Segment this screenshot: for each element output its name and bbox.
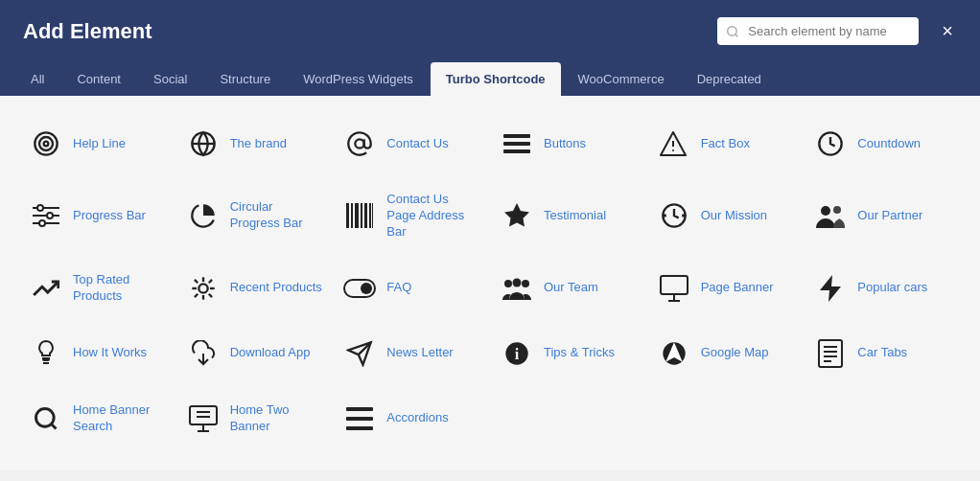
modal-title: Add Element bbox=[23, 19, 152, 44]
search-input[interactable] bbox=[717, 17, 919, 45]
element-recent-products[interactable]: Recent Products bbox=[176, 256, 334, 321]
svg-rect-25 bbox=[369, 203, 371, 228]
svg-line-1 bbox=[735, 34, 738, 36]
element-how-it-works-label: How It Works bbox=[73, 345, 147, 361]
element-faq-label: FAQ bbox=[386, 280, 411, 296]
pie-icon bbox=[186, 198, 221, 233]
users-icon bbox=[813, 198, 848, 233]
svg-rect-8 bbox=[503, 134, 530, 138]
tab-all[interactable]: All bbox=[15, 62, 59, 96]
svg-point-4 bbox=[44, 142, 49, 147]
element-our-mission-label: Our Mission bbox=[701, 208, 767, 224]
element-download-app[interactable]: Download App bbox=[176, 321, 334, 386]
close-button[interactable]: × bbox=[938, 20, 957, 42]
warning-icon bbox=[657, 126, 691, 161]
element-contact-us-page-address-bar-label: Contact Us Page Address Bar bbox=[386, 192, 480, 240]
svg-rect-10 bbox=[503, 149, 530, 153]
element-popular-cars[interactable]: Popular cars bbox=[804, 256, 961, 321]
element-how-it-works[interactable]: How It Works bbox=[19, 321, 176, 386]
target-icon bbox=[29, 126, 63, 161]
element-testimonial[interactable]: Testimonial bbox=[490, 176, 647, 256]
tab-structure[interactable]: Structure bbox=[204, 62, 286, 96]
tab-woocommerce[interactable]: WooCommerce bbox=[563, 62, 680, 96]
svg-rect-22 bbox=[355, 203, 359, 228]
svg-point-17 bbox=[37, 205, 43, 211]
element-car-tabs[interactable]: Car Tabs bbox=[804, 321, 961, 386]
svg-rect-47 bbox=[661, 276, 688, 294]
element-page-banner[interactable]: Page Banner bbox=[647, 256, 805, 321]
element-our-partner[interactable]: Our Partner bbox=[804, 176, 961, 256]
element-circular-progress-bar[interactable]: Circular Progress Bar bbox=[176, 176, 334, 256]
svg-point-18 bbox=[47, 213, 53, 218]
element-popular-cars-label: Popular cars bbox=[857, 280, 927, 296]
svg-point-19 bbox=[39, 220, 45, 226]
element-our-team[interactable]: Our Team bbox=[490, 256, 647, 321]
svg-point-33 bbox=[198, 284, 207, 292]
svg-point-0 bbox=[728, 26, 736, 34]
element-accordions[interactable]: Accordions bbox=[333, 386, 490, 451]
element-empty-3 bbox=[804, 386, 961, 451]
element-top-rated-products[interactable]: Top Rated Products bbox=[19, 256, 176, 321]
search-icon bbox=[726, 25, 739, 38]
tab-deprecated[interactable]: Deprecated bbox=[682, 62, 777, 96]
element-google-map-label: Google Map bbox=[701, 345, 769, 361]
element-help-line[interactable]: Help Line bbox=[19, 111, 176, 176]
clock-icon bbox=[813, 126, 848, 161]
monitor-icon bbox=[657, 271, 691, 306]
at-icon bbox=[342, 126, 377, 161]
monitor-sm-icon bbox=[186, 401, 221, 436]
element-home-two-banner[interactable]: Home Two Banner bbox=[176, 386, 334, 451]
svg-point-3 bbox=[39, 137, 53, 150]
modal: Add Element × All Content Social Structu… bbox=[0, 0, 980, 470]
tab-social[interactable]: Social bbox=[138, 62, 202, 96]
element-top-rated-products-label: Top Rated Products bbox=[73, 272, 167, 305]
svg-rect-66 bbox=[190, 406, 217, 424]
element-fact-box[interactable]: Fact Box bbox=[647, 111, 805, 176]
element-home-banner-search[interactable]: Home Banner Search bbox=[19, 386, 176, 451]
element-progress-bar[interactable]: Progress Bar bbox=[19, 176, 176, 256]
svg-rect-71 bbox=[346, 407, 373, 411]
tab-wordpress-widgets[interactable]: WordPress Widgets bbox=[288, 62, 429, 96]
elements-grid: Help Line The brand bbox=[19, 111, 961, 451]
svg-rect-23 bbox=[361, 203, 362, 228]
element-empty-1 bbox=[490, 386, 647, 451]
svg-line-41 bbox=[208, 280, 211, 283]
svg-point-45 bbox=[513, 278, 522, 286]
element-tips-tricks-label: Tips & Tricks bbox=[544, 345, 615, 361]
svg-rect-21 bbox=[351, 203, 353, 228]
sparkle-icon bbox=[186, 271, 221, 306]
element-the-brand[interactable]: The brand bbox=[176, 111, 334, 176]
tab-turbo-shortcode[interactable]: Turbo Shortcode bbox=[431, 62, 561, 96]
element-car-tabs-label: Car Tabs bbox=[857, 345, 907, 361]
svg-point-7 bbox=[356, 139, 364, 148]
svg-line-65 bbox=[51, 424, 56, 428]
element-buttons[interactable]: Buttons bbox=[490, 111, 647, 176]
info-circle-icon: i bbox=[500, 336, 534, 371]
element-tips-tricks[interactable]: i Tips & Tricks bbox=[490, 321, 647, 386]
element-contact-us-page-address-bar[interactable]: Contact Us Page Address Bar bbox=[333, 176, 490, 256]
lightning-icon bbox=[813, 271, 848, 306]
element-contact-us[interactable]: Contact Us bbox=[333, 111, 490, 176]
element-home-banner-search-label: Home Banner Search bbox=[73, 402, 167, 435]
element-home-two-banner-label: Home Two Banner bbox=[230, 402, 324, 435]
element-faq[interactable]: FAQ bbox=[333, 256, 490, 321]
element-download-app-label: Download App bbox=[230, 345, 311, 361]
element-news-letter[interactable]: News Letter bbox=[333, 321, 490, 386]
svg-point-31 bbox=[821, 206, 830, 216]
element-countdown[interactable]: Countdown bbox=[804, 111, 961, 176]
element-fact-box-label: Fact Box bbox=[701, 136, 750, 152]
element-the-brand-label: The brand bbox=[230, 136, 287, 152]
element-contact-us-label: Contact Us bbox=[386, 136, 448, 152]
globe-icon bbox=[186, 126, 221, 161]
svg-line-40 bbox=[195, 293, 198, 296]
svg-rect-26 bbox=[372, 203, 373, 228]
element-google-map[interactable]: Google Map bbox=[647, 321, 805, 386]
element-recent-products-label: Recent Products bbox=[230, 280, 322, 296]
tab-content[interactable]: Content bbox=[61, 62, 136, 96]
sliders-icon bbox=[29, 198, 63, 233]
send-icon bbox=[342, 336, 377, 371]
element-circular-progress-bar-label: Circular Progress Bar bbox=[230, 199, 324, 232]
element-our-mission[interactable]: Our Mission bbox=[647, 176, 805, 256]
svg-rect-24 bbox=[364, 203, 367, 228]
svg-line-36 bbox=[195, 280, 198, 283]
